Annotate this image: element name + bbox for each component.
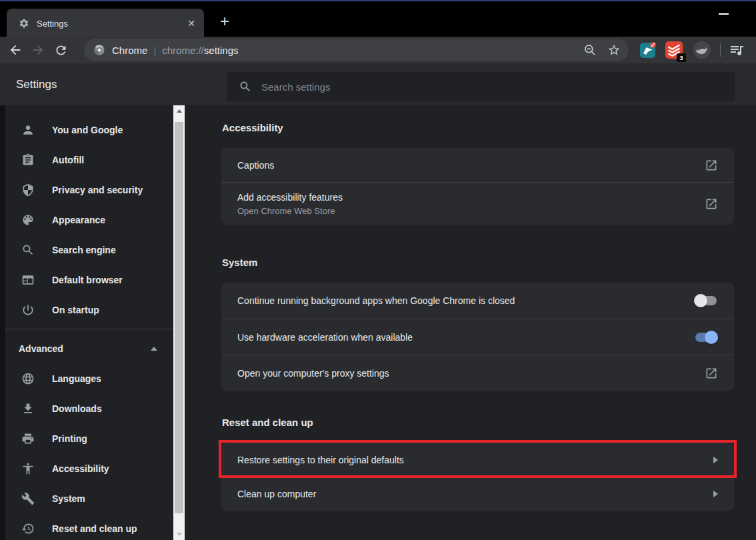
- sidebar-item-autofill[interactable]: Autofill: [5, 145, 173, 175]
- sidebar-item-label: Appearance: [52, 215, 105, 225]
- palette-icon: [21, 213, 35, 227]
- sidebar-item-printing[interactable]: Printing: [5, 423, 173, 453]
- printer-icon: [21, 432, 35, 445]
- row-restore-settings[interactable]: Restore settings to their original defau…: [221, 443, 734, 477]
- browser-window-icon: [21, 273, 35, 287]
- extension-todoist-icon[interactable]: 3: [665, 41, 683, 59]
- sidebar-item-languages[interactable]: Languages: [5, 363, 173, 393]
- row-label: Open your computer's proxy settings: [237, 368, 389, 379]
- section-title-system: System: [222, 225, 756, 269]
- globe-icon: [21, 372, 35, 385]
- toggle-background-apps[interactable]: [694, 294, 718, 307]
- forward-button[interactable]: [27, 39, 49, 61]
- settings-body: You and Google Autofill Privacy and secu…: [0, 105, 756, 540]
- row-background-apps[interactable]: Continue running background apps when Go…: [221, 283, 734, 319]
- tab-title: Settings: [37, 19, 68, 29]
- sidebar-item-label: Printing: [52, 433, 87, 444]
- download-icon: [21, 402, 35, 415]
- minimize-button[interactable]: [719, 13, 729, 15]
- row-label: Continue running background apps when Go…: [237, 295, 515, 306]
- profile-avatar[interactable]: [693, 41, 711, 59]
- sidebar-item-you-and-google[interactable]: You and Google: [5, 115, 173, 145]
- section-title-accessibility: Accessibility: [222, 105, 756, 134]
- zoom-out-icon[interactable]: [583, 43, 597, 57]
- search-icon: [239, 80, 252, 93]
- settings-header: Settings: [0, 63, 756, 105]
- sidebar-item-system[interactable]: System: [5, 483, 173, 513]
- tab-close-icon[interactable]: ✕: [185, 17, 197, 29]
- search-icon: [21, 243, 35, 257]
- url-path: settings: [204, 45, 239, 56]
- settings-content: Accessibility Captions Add accessibility…: [185, 105, 756, 540]
- sidebar-advanced-toggle[interactable]: Advanced: [5, 333, 173, 363]
- power-icon: [21, 303, 35, 317]
- sidebar-item-label: Languages: [52, 373, 101, 384]
- section-title-reset-and-clean-up: Reset and clean up: [222, 391, 756, 429]
- row-label: Add accessibility features: [237, 192, 343, 203]
- accessibility-person-icon: [21, 462, 35, 475]
- search-input[interactable]: [261, 81, 735, 93]
- content-scrollbar[interactable]: [173, 105, 185, 540]
- row-label: Captions: [237, 160, 274, 171]
- browser-toolbar: Chrome | chrome://settings 3: [0, 37, 756, 63]
- sidebar-item-label: On startup: [52, 305, 99, 315]
- scrollbar-thumb[interactable]: [175, 122, 183, 513]
- row-sublabel: Open Chrome Web Store: [237, 206, 343, 216]
- scrollbar-up-arrow[interactable]: [173, 105, 185, 117]
- row-captions[interactable]: Captions: [221, 148, 734, 182]
- external-link-icon: [705, 367, 718, 380]
- sidebar-item-label: System: [52, 493, 85, 504]
- row-proxy-settings[interactable]: Open your computer's proxy settings: [221, 355, 734, 391]
- url-scheme: chrome://: [162, 45, 204, 56]
- site-label: Chrome: [112, 45, 147, 56]
- settings-search-box[interactable]: [227, 72, 735, 101]
- address-bar[interactable]: Chrome | chrome://settings: [84, 39, 629, 61]
- sidebar-item-accessibility[interactable]: Accessibility: [5, 453, 173, 483]
- reload-button[interactable]: [49, 39, 72, 61]
- new-tab-button[interactable]: +: [215, 11, 235, 31]
- scrollbar-down-arrow[interactable]: [173, 529, 185, 540]
- sidebar-item-reset-and-clean-up[interactable]: Reset and clean up: [5, 513, 173, 540]
- sidebar-divider: [5, 329, 173, 329]
- external-link-icon: [705, 159, 718, 172]
- sidebar-item-default-browser[interactable]: Default browser: [5, 265, 173, 295]
- row-label: Use hardware acceleration when available: [237, 332, 413, 343]
- page-title: Settings: [16, 78, 57, 91]
- sidebar-item-label: Reset and clean up: [52, 523, 137, 534]
- toolbar-divider: [720, 43, 721, 57]
- row-hardware-acceleration[interactable]: Use hardware acceleration when available: [221, 319, 734, 355]
- chevron-right-icon: [713, 491, 718, 497]
- advanced-label: Advanced: [19, 343, 151, 354]
- gear-favicon-icon: [19, 18, 29, 29]
- row-clean-up-computer[interactable]: Clean up computer: [221, 477, 734, 511]
- system-card: Continue running background apps when Go…: [221, 283, 734, 391]
- sidebar-item-downloads[interactable]: Downloads: [5, 393, 173, 423]
- media-controls-icon[interactable]: [729, 42, 745, 58]
- sidebar-item-label: Default browser: [52, 275, 123, 285]
- shield-icon: [21, 183, 35, 197]
- wrench-icon: [21, 492, 35, 505]
- person-icon: [21, 123, 35, 137]
- back-button[interactable]: [4, 39, 27, 61]
- sidebar-item-label: Accessibility: [52, 463, 109, 474]
- sidebar-item-label: Search engine: [52, 245, 116, 255]
- row-label: Clean up computer: [237, 489, 316, 499]
- chevron-right-icon: [713, 457, 718, 463]
- settings-sidebar: You and Google Autofill Privacy and secu…: [5, 105, 173, 540]
- bookmark-star-icon[interactable]: [607, 43, 621, 57]
- toggle-hardware-acceleration[interactable]: [694, 331, 718, 344]
- sidebar-item-search-engine[interactable]: Search engine: [5, 235, 173, 265]
- chrome-logo-icon: [93, 44, 105, 56]
- autofill-clipboard-icon: [21, 153, 35, 167]
- extension-mail-icon[interactable]: [639, 41, 657, 59]
- sidebar-item-on-startup[interactable]: On startup: [5, 295, 173, 325]
- sidebar-item-label: Downloads: [52, 403, 102, 414]
- sidebar-item-privacy-and-security[interactable]: Privacy and security: [5, 175, 173, 205]
- row-add-accessibility-features[interactable]: Add accessibility features Open Chrome W…: [221, 182, 734, 225]
- tab-strip: Settings ✕ +: [0, 1, 756, 37]
- sidebar-item-appearance[interactable]: Appearance: [5, 205, 173, 235]
- extension-badge: 3: [677, 53, 686, 62]
- tab-settings[interactable]: Settings ✕: [7, 9, 204, 38]
- chevron-up-icon: [151, 347, 157, 351]
- window-left-edge: [0, 105, 5, 540]
